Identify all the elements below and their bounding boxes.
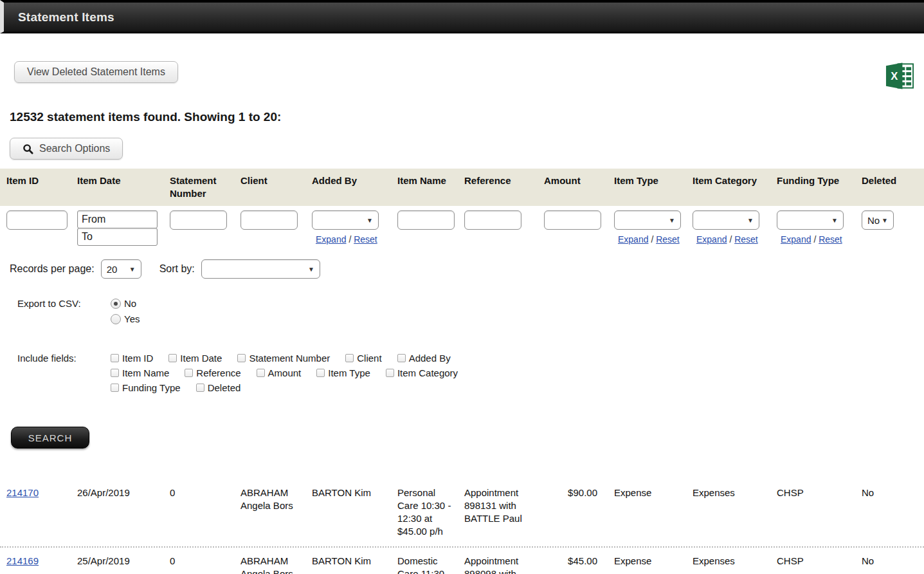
deleted-select[interactable]: No ▼: [862, 210, 894, 230]
include-deleted-checkbox[interactable]: Deleted: [196, 382, 241, 393]
checkbox-icon[interactable]: [111, 354, 119, 362]
column-header-item-name: Item Name: [391, 169, 458, 206]
funding-type-reset-link[interactable]: Reset: [819, 234, 842, 245]
funding-type-expand-link[interactable]: Expand: [781, 234, 811, 245]
added-by-reset-link[interactable]: Reset: [354, 234, 377, 245]
results-summary: 12532 statement items found. Showing 1 t…: [0, 91, 924, 124]
include-amount-checkbox[interactable]: Amount: [257, 367, 302, 378]
checkbox-icon[interactable]: [257, 369, 265, 377]
client-filter-input[interactable]: [240, 210, 298, 230]
column-header-deleted: Deleted: [855, 169, 924, 206]
statement-number-filter-input[interactable]: [170, 210, 227, 230]
checkbox-icon[interactable]: [168, 354, 177, 362]
item-name-cell: Domestic Care 11:30 - 12:30 at: [391, 548, 458, 574]
checkbox-icon[interactable]: [397, 354, 406, 362]
checkbox-icon[interactable]: [237, 354, 246, 362]
item-category-expand-link[interactable]: Expand: [696, 234, 727, 245]
checkbox-label: Amount: [268, 367, 302, 378]
include-fields-label: Include fields:: [17, 353, 111, 393]
include-item-category-checkbox[interactable]: Item Category: [386, 367, 458, 378]
sort-by-label: Sort by:: [159, 263, 195, 275]
checkbox-label: Item ID: [122, 353, 153, 364]
column-header-item-type: Item Type: [608, 169, 686, 206]
checkbox-icon[interactable]: [185, 369, 193, 377]
slash-separator: /: [349, 234, 351, 245]
checkbox-icon[interactable]: [345, 354, 354, 362]
records-sort-row: Records per page: 20 ▼ Sort by: ▼: [0, 246, 924, 279]
chevron-down-icon: ▼: [831, 217, 838, 224]
added-by-expand-link[interactable]: Expand: [316, 234, 346, 245]
title-bar: Statement Items: [0, 0, 924, 33]
export-no-option[interactable]: No: [111, 298, 140, 309]
table-row: 214169 25/Apr/2019 0 ABRAHAM Angela Bors…: [0, 548, 924, 574]
checkbox-icon[interactable]: [386, 369, 394, 377]
checkbox-icon[interactable]: [111, 384, 119, 392]
radio-selected-icon[interactable]: [111, 299, 121, 309]
include-funding-type-checkbox[interactable]: Funding Type: [111, 382, 181, 393]
item-category-cell: Expenses: [686, 479, 770, 546]
item-type-cell: Expense: [608, 479, 686, 546]
item-id-link[interactable]: 214170: [6, 487, 39, 498]
radio-unselected-icon[interactable]: [111, 314, 121, 324]
amount-cell: $45.00: [538, 548, 608, 574]
include-item-type-checkbox[interactable]: Item Type: [316, 367, 370, 378]
records-per-page-select[interactable]: 20 ▼: [101, 259, 141, 279]
item-category-cell: Expenses: [686, 548, 770, 574]
search-button[interactable]: SEARCH: [11, 427, 89, 449]
funding-type-links: Expand / Reset: [777, 234, 853, 245]
column-header-item-date: Item Date: [71, 169, 163, 206]
item-id-link[interactable]: 214169: [6, 555, 39, 566]
item-date-cell: 25/Apr/2019: [71, 548, 163, 574]
include-statement-number-checkbox[interactable]: Statement Number: [237, 353, 330, 364]
include-reference-checkbox[interactable]: Reference: [185, 367, 240, 378]
include-added-by-checkbox[interactable]: Added By: [397, 353, 451, 364]
item-type-reset-link[interactable]: Reset: [656, 234, 680, 245]
chevron-down-icon: ▼: [747, 217, 754, 224]
checkbox-label: Item Type: [328, 367, 370, 378]
export-csv-label: Export to CSV:: [17, 298, 111, 329]
reference-filter-input[interactable]: [464, 210, 521, 230]
excel-export-icon[interactable]: X: [885, 61, 915, 91]
checkbox-icon[interactable]: [196, 384, 204, 392]
chevron-down-icon: ▼: [669, 217, 675, 224]
include-item-date-checkbox[interactable]: Item Date: [168, 353, 222, 364]
view-deleted-button[interactable]: View Deleted Statement Items: [14, 61, 178, 83]
column-header-client: Client: [234, 169, 305, 206]
funding-type-select[interactable]: ▼: [777, 210, 844, 230]
filter-controls-row: ▼ Expand / Reset ▼ Expand / Reset ▼ Expa…: [0, 210, 924, 246]
include-item-name-checkbox[interactable]: Item Name: [111, 367, 169, 378]
amount-filter-input[interactable]: [544, 210, 601, 230]
search-options-button[interactable]: Search Options: [10, 138, 123, 160]
checkbox-label: Funding Type: [122, 382, 181, 393]
export-yes-option[interactable]: Yes: [111, 313, 140, 324]
chevron-down-icon: ▼: [129, 266, 136, 273]
include-item-id-checkbox[interactable]: Item ID: [111, 353, 153, 364]
reference-cell: Appointment 898131 with BATTLE Paul: [458, 479, 538, 546]
export-no-label: No: [124, 298, 136, 309]
checkbox-icon[interactable]: [111, 369, 119, 377]
item-type-select[interactable]: ▼: [614, 210, 681, 230]
item-category-select[interactable]: ▼: [693, 210, 759, 230]
deleted-cell: No: [855, 548, 924, 574]
search-options-label: Search Options: [39, 143, 110, 154]
funding-type-cell: CHSP: [770, 479, 855, 546]
item-category-reset-link[interactable]: Reset: [734, 234, 758, 245]
checkbox-label: Item Name: [122, 367, 169, 378]
column-header-reference: Reference: [458, 169, 538, 206]
column-header-funding-type: Funding Type: [770, 169, 855, 206]
item-type-expand-link[interactable]: Expand: [618, 234, 648, 245]
deleted-select-value: No: [867, 215, 880, 226]
checkbox-icon[interactable]: [316, 369, 325, 377]
sort-by-select[interactable]: ▼: [201, 259, 320, 279]
include-client-checkbox[interactable]: Client: [345, 353, 381, 364]
added-by-select[interactable]: ▼: [312, 210, 379, 230]
item-type-cell: Expense: [608, 548, 686, 574]
client-cell: ABRAHAM Angela Bors: [234, 548, 305, 574]
item-id-filter-input[interactable]: [6, 210, 68, 230]
item-date-from-input[interactable]: [77, 210, 158, 228]
item-date-to-input[interactable]: [77, 228, 158, 246]
column-header-added-by: Added By: [305, 169, 391, 206]
item-name-filter-input[interactable]: [397, 210, 455, 230]
results-list: 214170 26/Apr/2019 0 ABRAHAM Angela Bors…: [0, 479, 924, 574]
column-header-statement-number: Statement Number: [163, 169, 234, 206]
